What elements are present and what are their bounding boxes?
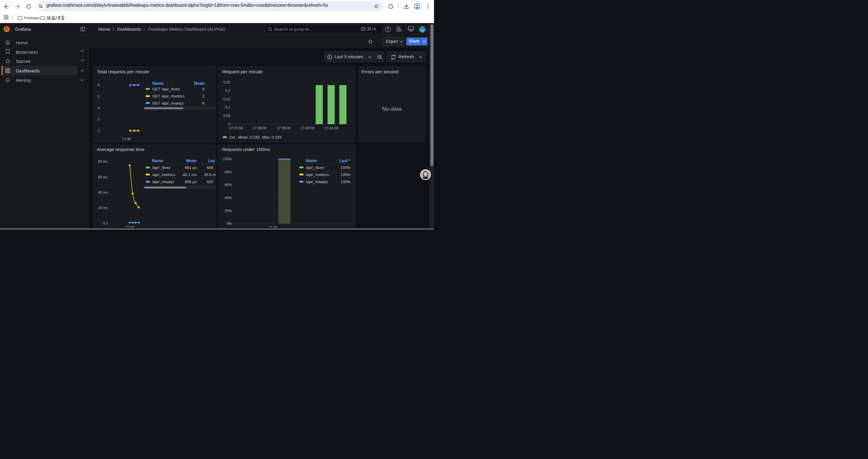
svg-text:0.25: 0.25 — [223, 80, 230, 84]
svg-text:17:40:00: 17:40:00 — [300, 126, 314, 130]
svg-text:Las: Las — [208, 158, 215, 163]
svg-text:Mean: Mean — [186, 158, 197, 163]
svg-text:620: 620 — [207, 179, 213, 184]
svg-text:0.2: 0.2 — [225, 89, 230, 93]
svg-text:0%: 0% — [226, 222, 232, 226]
svg-text:6: 6 — [203, 87, 205, 91]
svg-text:Name: Name — [152, 80, 164, 85]
svg-text:20.5 m: 20.5 m — [204, 172, 216, 177]
svg-text:/api/_/readyz: /api/_/readyz — [152, 179, 175, 184]
svg-text:40 ms: 40 ms — [98, 190, 108, 194]
svg-text:/api/_/metrics: /api/_/metrics — [152, 172, 176, 177]
svg-text:/api/_/metrics: /api/_/metrics — [306, 172, 329, 177]
svg-text:17:40: 17:40 — [122, 137, 131, 141]
svg-text:100%: 100% — [341, 165, 351, 169]
svg-text:5: 5 — [97, 94, 99, 98]
svg-text:Mean: 0.233: Mean: 0.233 — [238, 135, 260, 139]
svg-text:0: 0 — [228, 122, 230, 126]
svg-text:/api/_/livez: /api/_/livez — [152, 165, 170, 169]
svg-text:2xx: 2xx — [229, 135, 236, 139]
svg-text:40%: 40% — [224, 196, 232, 200]
svg-text:?: ? — [387, 27, 389, 31]
svg-text:2: 2 — [203, 94, 205, 98]
svg-text:GET /api/_/metrics: GET /api/_/metrics — [152, 94, 185, 98]
svg-text:646: 646 — [207, 165, 213, 169]
svg-text:17:39:00: 17:39:00 — [277, 126, 291, 130]
svg-text:661 μs: 661 μs — [185, 165, 197, 169]
svg-text:20%: 20% — [224, 208, 232, 213]
svg-text:GET /api/_/readyz: GET /api/_/readyz — [152, 101, 184, 105]
svg-text:17:41:00: 17:41:00 — [324, 126, 338, 130]
svg-text:6: 6 — [203, 101, 205, 105]
svg-text:100%: 100% — [222, 157, 232, 161]
svg-text:17:40: 17:40 — [125, 225, 134, 228]
svg-text:20 ms: 20 ms — [98, 206, 108, 210]
svg-text:60 ms: 60 ms — [98, 175, 108, 179]
svg-text:17:37:00: 17:37:00 — [229, 126, 243, 130]
svg-text:17:38:00: 17:38:00 — [252, 126, 267, 130]
svg-text:100%: 100% — [341, 179, 351, 184]
svg-text:100%: 100% — [341, 172, 351, 177]
svg-text:60%: 60% — [224, 183, 232, 187]
svg-text:/api/_/readyz: /api/_/readyz — [306, 179, 328, 184]
svg-text:4: 4 — [97, 106, 99, 110]
svg-text:0.05: 0.05 — [223, 114, 230, 118]
svg-text:Last *: Last * — [339, 158, 351, 163]
svg-text:Name: Name — [152, 158, 163, 163]
svg-text:0 s: 0 s — [103, 221, 108, 225]
svg-text:GET /api/_/livez: GET /api/_/livez — [152, 87, 180, 91]
svg-text:17:40: 17:40 — [268, 225, 277, 227]
svg-text:80%: 80% — [224, 170, 232, 174]
svg-text:605 μs: 605 μs — [185, 179, 197, 184]
svg-text:80 ms: 80 ms — [98, 160, 108, 164]
svg-text:0.15: 0.15 — [223, 97, 230, 101]
svg-text:3: 3 — [97, 117, 99, 121]
svg-text:0.1: 0.1 — [225, 105, 230, 109]
svg-text:Max: 0.233: Max: 0.233 — [262, 135, 281, 139]
svg-text:40.1 ms: 40.1 ms — [183, 172, 197, 177]
svg-text:Mean: Mean — [194, 80, 205, 85]
svg-text:/api/_/livez: /api/_/livez — [306, 165, 324, 169]
svg-text:Name: Name — [306, 158, 317, 163]
svg-text:2: 2 — [97, 129, 99, 133]
svg-text:6: 6 — [97, 83, 99, 87]
